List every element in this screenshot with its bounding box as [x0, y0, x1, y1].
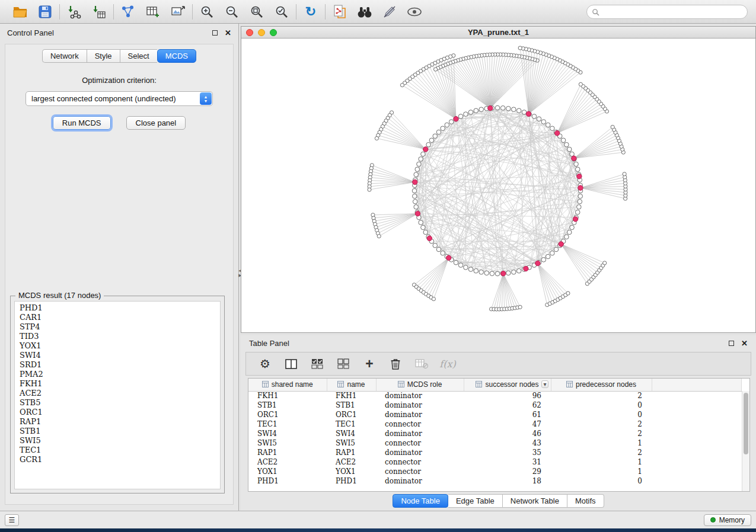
close-table-panel-icon[interactable]: ✕ [741, 339, 748, 347]
column-header-filler [652, 379, 742, 391]
close-panel-icon[interactable]: ✕ [225, 29, 231, 37]
network-view-window: YPA_prune.txt_1 [241, 26, 756, 333]
tab-node-table[interactable]: Node Table [393, 494, 448, 508]
mcds-result-item[interactable]: FKH1 [20, 379, 220, 389]
import-table-icon[interactable] [91, 4, 107, 20]
select-all-rows-icon[interactable] [310, 357, 324, 371]
close-panel-button[interactable]: Close panel [126, 116, 186, 130]
new-network-icon[interactable] [120, 4, 136, 20]
table-toolbar: ⚙ + f(x) [245, 352, 751, 376]
table-row[interactable]: SWI5SWI5connector431 [248, 438, 742, 448]
table-row[interactable]: SWI4SWI4dominator462 [248, 429, 742, 438]
export-document-icon[interactable] [331, 4, 348, 20]
memory-label: Memory [719, 516, 745, 524]
table-type-tabs: Node TableEdge TableNetwork TableMotifs [241, 494, 756, 508]
mcds-result-item[interactable]: TID3 [20, 332, 220, 341]
mcds-result-item[interactable]: TEC1 [20, 446, 220, 455]
mcds-result-group: MCDS result (17 nodes) PHD1CAR1STP4TID3Y… [10, 296, 225, 493]
search-input[interactable] [599, 6, 747, 18]
import-network-icon[interactable] [66, 4, 82, 20]
column-dropdown-icon[interactable]: ▾ [541, 380, 548, 388]
control-panel-tabs: NetworkStyleSelectMCDS [5, 49, 233, 63]
control-panel-title: Control Panel [7, 28, 54, 37]
deselect-all-rows-icon[interactable] [336, 357, 350, 371]
table-scrollbar[interactable] [742, 391, 749, 491]
mcds-result-item[interactable]: CAR1 [20, 313, 220, 322]
float-panel-icon[interactable] [212, 30, 218, 36]
zoom-out-icon[interactable] [224, 4, 240, 20]
mcds-result-item[interactable]: GCR1 [20, 455, 220, 464]
mcds-result-item[interactable]: SRD1 [20, 360, 220, 370]
column-header-successor-nodes[interactable]: successor nodes▾ [464, 379, 551, 391]
table-row[interactable]: FKH1FKH1dominator962 [248, 391, 742, 400]
tab-mcds[interactable]: MCDS [157, 49, 196, 63]
node-table: shared namenameMCDS rolesuccessor nodes▾… [248, 378, 750, 492]
table-settings-gear-icon[interactable]: ⚙ [258, 357, 272, 371]
delete-table-icon-disabled [414, 357, 429, 371]
column-header-MCDS-role[interactable]: MCDS role [376, 379, 464, 391]
column-header-shared-name[interactable]: shared name [248, 379, 327, 391]
scrollbar-thumb[interactable] [744, 393, 748, 454]
table-row[interactable]: RAP1RAP1dominator352 [248, 448, 742, 457]
run-mcds-button[interactable]: Run MCDS [53, 116, 111, 130]
function-builder-icon-disabled: f(x) [441, 357, 455, 371]
network-window-title: YPA_prune.txt_1 [241, 28, 755, 37]
table-header-row: shared namenameMCDS rolesuccessor nodes▾… [248, 379, 742, 391]
tab-motifs[interactable]: Motifs [567, 494, 604, 508]
right-region: ◀▶ YPA_prune.txt_1 Table Panel ✕ ⚙ [241, 24, 756, 511]
table-row[interactable]: YOX1YOX1connector291 [248, 467, 742, 476]
tab-style[interactable]: Style [87, 49, 120, 63]
zoom-selected-icon[interactable] [273, 4, 290, 20]
table-row[interactable]: STB1STB1dominator620 [248, 400, 742, 410]
criterion-dropdown-value: largest connected component (undirected) [31, 94, 176, 103]
table-row[interactable]: TEC1TEC1connector472 [248, 419, 742, 429]
zoom-in-icon[interactable] [199, 4, 215, 20]
tab-edge-table[interactable]: Edge Table [448, 494, 503, 508]
mcds-tab-content: NetworkStyleSelectMCDS Optimization crit… [5, 44, 234, 505]
export-image-icon[interactable] [170, 4, 186, 20]
float-table-panel-icon[interactable] [729, 341, 734, 346]
table-panel-title: Table Panel [249, 339, 289, 348]
mcds-result-item[interactable]: PMA2 [20, 370, 220, 379]
table-row[interactable]: ORC1ORC1dominator610 [248, 410, 742, 419]
column-header-name[interactable]: name [327, 379, 376, 391]
mcds-result-item[interactable]: RAP1 [20, 417, 220, 427]
network-window-titlebar[interactable]: YPA_prune.txt_1 [241, 27, 755, 39]
criterion-dropdown[interactable]: largest connected component (undirected)… [25, 91, 213, 106]
zoom-fit-icon[interactable] [248, 4, 265, 20]
open-file-icon[interactable] [12, 4, 28, 20]
mcds-result-item[interactable]: PHD1 [20, 303, 220, 313]
show-hide-eye-icon[interactable] [406, 4, 423, 20]
annotation-pencil-icon[interactable] [381, 4, 398, 20]
table-panel: Table Panel ✕ ⚙ + [241, 335, 756, 511]
optimization-criterion-label: Optimization criterion: [5, 76, 233, 85]
status-menu-icon[interactable]: ☰ [5, 514, 19, 526]
mcds-result-item[interactable]: STP4 [20, 322, 220, 332]
mcds-result-list[interactable]: PHD1CAR1STP4TID3YOX1SWI4SRD1PMA2FKH1ACE2… [14, 301, 221, 489]
mcds-result-item[interactable]: SWI5 [20, 436, 220, 446]
show-columns-icon[interactable] [284, 357, 298, 371]
memory-button[interactable]: Memory [704, 514, 751, 526]
delete-column-trash-icon[interactable] [388, 357, 403, 371]
mcds-result-item[interactable]: STB1 [20, 427, 220, 436]
add-column-icon[interactable]: + [362, 357, 377, 371]
memory-status-dot [710, 517, 716, 523]
table-row[interactable]: PHD1PHD1dominator180 [248, 476, 742, 486]
mcds-result-item[interactable]: ORC1 [20, 408, 220, 417]
mcds-result-item[interactable]: ACE2 [20, 389, 220, 398]
tab-network-table[interactable]: Network Table [503, 494, 567, 508]
status-bar: ☰ Memory [0, 511, 756, 528]
refresh-layout-icon[interactable]: ↻ [302, 4, 319, 20]
new-table-icon[interactable] [145, 4, 161, 20]
mcds-result-item[interactable]: SWI4 [20, 351, 220, 360]
save-session-icon[interactable] [37, 4, 53, 20]
search-binoculars-icon[interactable] [356, 4, 373, 20]
mcds-result-title: MCDS result (17 nodes) [15, 291, 104, 300]
tab-select[interactable]: Select [120, 49, 157, 63]
mcds-result-item[interactable]: YOX1 [20, 341, 220, 351]
column-header-predecessor-nodes[interactable]: predecessor nodes [551, 379, 652, 391]
mcds-result-item[interactable]: STB5 [20, 398, 220, 408]
tab-network[interactable]: Network [42, 49, 87, 63]
table-row[interactable]: ACE2ACE2connector311 [248, 457, 742, 467]
network-canvas[interactable] [241, 39, 755, 332]
